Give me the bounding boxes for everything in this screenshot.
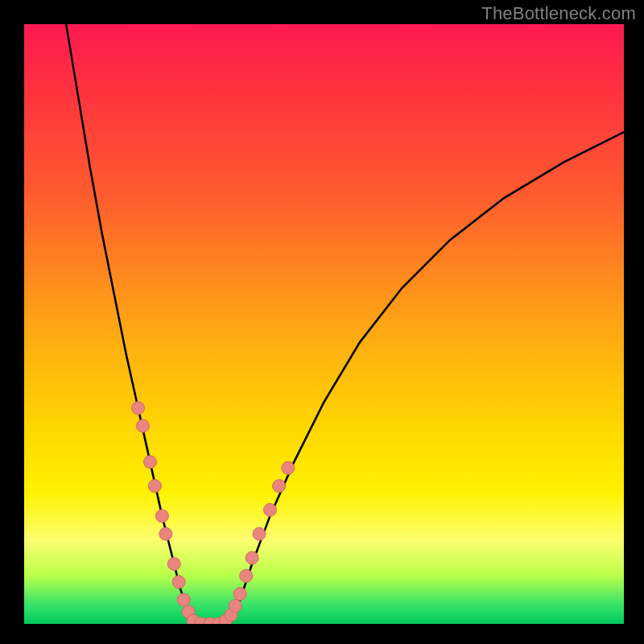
curve-right-branch bbox=[228, 132, 624, 624]
attribution-text: TheBottleneck.com bbox=[481, 3, 636, 24]
data-dot bbox=[253, 527, 266, 540]
data-dot bbox=[143, 456, 156, 469]
data-dot bbox=[155, 510, 168, 522]
curve-left-branch bbox=[66, 24, 192, 624]
data-dot bbox=[148, 480, 161, 493]
data-dot bbox=[273, 480, 286, 493]
data-dot bbox=[137, 419, 150, 432]
data-dot bbox=[172, 576, 185, 588]
data-dot bbox=[263, 503, 276, 516]
data-dot bbox=[246, 551, 258, 564]
chart-overlay bbox=[24, 24, 624, 624]
outer-frame: TheBottleneck.com bbox=[0, 0, 644, 644]
data-dot bbox=[167, 558, 180, 571]
data-dot bbox=[177, 593, 190, 606]
data-dot bbox=[229, 600, 242, 613]
data-dot bbox=[132, 402, 145, 415]
plot-area bbox=[24, 24, 624, 624]
data-dot bbox=[159, 527, 172, 540]
data-dot bbox=[282, 461, 295, 474]
data-dot bbox=[240, 569, 253, 582]
data-dot bbox=[233, 588, 246, 601]
